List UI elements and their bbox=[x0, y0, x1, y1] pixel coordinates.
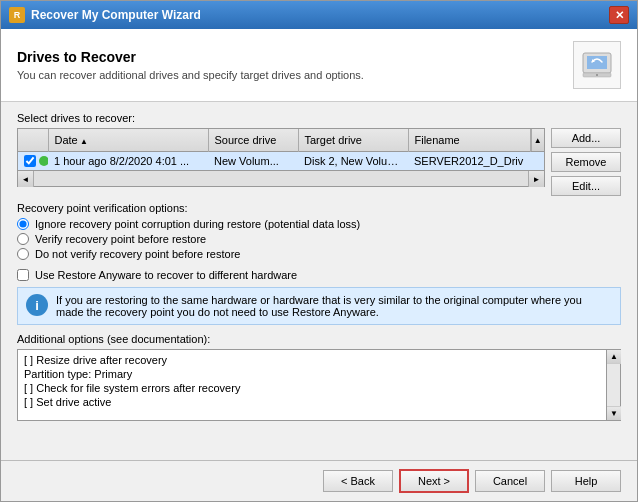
radio-option-1[interactable]: Ignore recovery point corruption during … bbox=[17, 218, 621, 230]
additional-vscroll[interactable]: ▲ ▼ bbox=[607, 349, 621, 421]
radio-verify-label: Verify recovery point before restore bbox=[35, 233, 206, 245]
vscroll-up-btn[interactable]: ▲ bbox=[607, 350, 621, 364]
info-text: If you are restoring to the same hardwar… bbox=[56, 294, 612, 318]
row-check[interactable] bbox=[18, 152, 48, 171]
row-filename: SERVER2012_D_Driv bbox=[408, 152, 530, 171]
additional-options-wrapper: [ ] Resize drive after recovery Partitio… bbox=[17, 349, 621, 421]
hscroll-bar[interactable]: ◄ ► bbox=[17, 171, 545, 187]
edit-button[interactable]: Edit... bbox=[551, 176, 621, 196]
col-target[interactable]: Target drive bbox=[298, 129, 408, 152]
radio-option-3[interactable]: Do not verify recovery point before rest… bbox=[17, 248, 621, 260]
remove-button[interactable]: Remove bbox=[551, 152, 621, 172]
row-target: Disk 2, New Volume bbox=[298, 152, 408, 171]
drives-main: Date Source drive Target drive Filename … bbox=[17, 128, 545, 187]
table-row[interactable]: 1 hour ago 8/2/2020 4:01 ... New Volum..… bbox=[18, 152, 544, 171]
svg-point-3 bbox=[596, 74, 598, 76]
hscroll-left-btn[interactable]: ◄ bbox=[18, 171, 34, 187]
vscroll-track bbox=[607, 364, 620, 406]
recovery-options-label: Recovery point verification options: bbox=[17, 202, 621, 214]
title-bar: R Recover My Computer Wizard ✕ bbox=[1, 1, 637, 29]
drives-table: Date Source drive Target drive Filename … bbox=[18, 129, 544, 170]
hscroll-right-btn[interactable]: ► bbox=[528, 171, 544, 187]
main-window: R Recover My Computer Wizard ✕ Drives to… bbox=[0, 0, 638, 502]
header-text: Drives to Recover You can recover additi… bbox=[17, 49, 364, 81]
col-source[interactable]: Source drive bbox=[208, 129, 298, 152]
table-scroll-area[interactable]: Date Source drive Target drive Filename … bbox=[17, 128, 545, 171]
next-button[interactable]: Next > bbox=[399, 469, 469, 493]
page-title: Drives to Recover bbox=[17, 49, 364, 65]
additional-options-label: Additional options (see documentation): bbox=[17, 333, 621, 345]
radio-ignore-label: Ignore recovery point corruption during … bbox=[35, 218, 360, 230]
page-subtitle: You can recover additional drives and sp… bbox=[17, 69, 364, 81]
status-dot bbox=[39, 156, 48, 166]
cancel-button[interactable]: Cancel bbox=[475, 470, 545, 492]
additional-item-1: Partition type: Primary bbox=[24, 368, 600, 380]
info-box: i If you are restoring to the same hardw… bbox=[17, 287, 621, 325]
radio-option-2[interactable]: Verify recovery point before restore bbox=[17, 233, 621, 245]
additional-item-3: [ ] Set drive active bbox=[24, 396, 600, 408]
row-date: 1 hour ago 8/2/2020 4:01 ... bbox=[48, 152, 208, 171]
table-outer-wrapper: Date Source drive Target drive Filename … bbox=[17, 128, 545, 187]
drives-table-wrapper: Date Source drive Target drive Filename … bbox=[17, 128, 621, 196]
recovery-options: Recovery point verification options: Ign… bbox=[17, 202, 621, 263]
col-date[interactable]: Date bbox=[48, 129, 208, 152]
additional-item-0: [ ] Resize drive after recovery bbox=[24, 354, 600, 366]
vscroll-down-btn[interactable]: ▼ bbox=[607, 406, 621, 420]
row-source: New Volum... bbox=[208, 152, 298, 171]
radio-no-verify-label: Do not verify recovery point before rest… bbox=[35, 248, 240, 260]
col-scroll: ▲ bbox=[530, 129, 544, 152]
add-button[interactable]: Add... bbox=[551, 128, 621, 148]
recover-icon bbox=[579, 47, 615, 83]
additional-options-box[interactable]: [ ] Resize drive after recovery Partitio… bbox=[17, 349, 607, 421]
radio-ignore[interactable] bbox=[17, 218, 29, 230]
svg-rect-1 bbox=[587, 56, 607, 69]
help-button[interactable]: Help bbox=[551, 470, 621, 492]
additional-item-2: [ ] Check for file system errors after r… bbox=[24, 382, 600, 394]
close-button[interactable]: ✕ bbox=[609, 6, 629, 24]
window-title: Recover My Computer Wizard bbox=[31, 8, 609, 22]
app-icon: R bbox=[9, 7, 25, 23]
restore-anyware-checkbox[interactable] bbox=[17, 269, 29, 281]
content-area: Select drives to recover: Date Source dr… bbox=[1, 102, 637, 460]
col-filename[interactable]: Filename bbox=[408, 129, 530, 152]
header-icon bbox=[573, 41, 621, 89]
restore-anyware-option[interactable]: Use Restore Anyware to recover to differ… bbox=[17, 269, 621, 281]
row-empty bbox=[530, 152, 544, 171]
info-icon: i bbox=[26, 294, 48, 316]
drives-section-label: Select drives to recover: bbox=[17, 112, 621, 124]
radio-verify[interactable] bbox=[17, 233, 29, 245]
hscroll-track[interactable] bbox=[34, 171, 528, 186]
radio-no-verify[interactable] bbox=[17, 248, 29, 260]
footer: < Back Next > Cancel Help bbox=[1, 460, 637, 501]
header-section: Drives to Recover You can recover additi… bbox=[1, 29, 637, 102]
sidebar-buttons: Add... Remove Edit... bbox=[551, 128, 621, 196]
row-checkbox[interactable] bbox=[24, 155, 36, 167]
restore-anyware-label: Use Restore Anyware to recover to differ… bbox=[35, 269, 297, 281]
col-check bbox=[18, 129, 48, 152]
back-button[interactable]: < Back bbox=[323, 470, 393, 492]
